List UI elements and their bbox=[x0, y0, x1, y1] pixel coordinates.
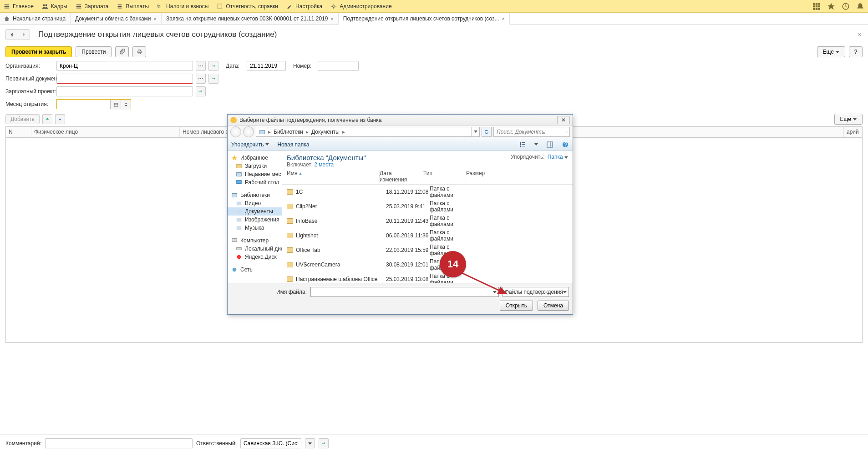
cancel-button[interactable]: Отмена bbox=[538, 301, 569, 311]
primarydoc-field[interactable] bbox=[56, 74, 193, 84]
menu-payouts[interactable]: Выплаты bbox=[117, 3, 149, 10]
page-close-icon[interactable]: × bbox=[858, 31, 862, 38]
nav-back-button[interactable] bbox=[6, 30, 18, 40]
close-icon[interactable]: × bbox=[154, 16, 157, 21]
org-open-button[interactable] bbox=[208, 61, 218, 71]
primarydoc-select-button[interactable]: ⋯ bbox=[196, 74, 206, 84]
menu-admin[interactable]: Администрирование bbox=[330, 3, 391, 10]
star-icon[interactable] bbox=[827, 2, 835, 10]
file-row[interactable]: Office Tab22.03.2019 15:59Папка с файлам… bbox=[282, 243, 573, 257]
org-select-button[interactable]: ⋯ bbox=[196, 61, 206, 71]
move-down-button[interactable] bbox=[55, 114, 65, 124]
tree-documents[interactable]: Документы bbox=[228, 207, 282, 216]
primarydoc-open-button[interactable] bbox=[208, 74, 218, 84]
file-row[interactable]: 1C18.11.2019 12:08Папка с файлами bbox=[282, 185, 573, 199]
organize-button[interactable]: Упорядочить bbox=[231, 141, 269, 148]
responsible-field[interactable] bbox=[240, 438, 301, 448]
tab-request[interactable]: Заявка на открытие лицевых счетов 00ЗК-0… bbox=[162, 13, 339, 24]
print-button[interactable] bbox=[132, 46, 146, 57]
tree-computer[interactable]: Компьютер bbox=[228, 236, 282, 245]
file-list-header[interactable]: Имя ▴ Дата изменения Тип Размер bbox=[282, 169, 573, 185]
post-and-close-button[interactable]: Провести и закрыть bbox=[5, 46, 72, 57]
col-type[interactable]: Тип bbox=[423, 170, 466, 183]
bell-icon[interactable] bbox=[856, 2, 864, 10]
month-calendar-button[interactable] bbox=[111, 100, 121, 110]
apps-icon[interactable] bbox=[812, 2, 821, 10]
nav-back[interactable] bbox=[230, 126, 241, 137]
col-size[interactable]: Размер bbox=[466, 170, 568, 183]
nav-fwd-button[interactable] bbox=[18, 30, 30, 40]
attach-button[interactable] bbox=[115, 46, 129, 57]
tab-confirmation[interactable]: Подтверждение открытия лицевых счетов со… bbox=[339, 13, 510, 25]
filename-field[interactable] bbox=[310, 287, 499, 297]
dialog-help-icon[interactable]: ? bbox=[562, 141, 569, 148]
file-row[interactable]: InfoBase20.11.2019 12:43Папка с файлами bbox=[282, 214, 573, 228]
menu-salary[interactable]: Зарплата bbox=[76, 3, 109, 10]
close-icon[interactable]: × bbox=[330, 16, 333, 21]
locations-link[interactable]: 2 места bbox=[314, 161, 334, 168]
view-mode-icon[interactable] bbox=[519, 141, 526, 148]
tree-libraries[interactable]: Библиотеки bbox=[228, 191, 282, 199]
help-button[interactable]: ? bbox=[849, 46, 863, 57]
open-button[interactable]: Открыть bbox=[500, 301, 533, 311]
menu-personnel[interactable]: Кадры bbox=[42, 3, 67, 10]
date-field[interactable] bbox=[247, 61, 286, 71]
responsible-dropdown[interactable] bbox=[305, 438, 315, 448]
tree-network[interactable]: Сеть bbox=[228, 266, 282, 274]
crumb-dropdown[interactable] bbox=[471, 127, 479, 136]
menu-main[interactable]: Главное bbox=[13, 3, 34, 10]
folder-tree[interactable]: Избранное Загрузки Недавние места Рабочи… bbox=[228, 151, 282, 283]
col-date[interactable]: Дата изменения bbox=[380, 170, 423, 183]
tree-yandexdisk[interactable]: Яндекс.Диск bbox=[228, 253, 282, 261]
filename-label: Имя файла: bbox=[276, 289, 307, 295]
comment-field[interactable] bbox=[45, 438, 193, 448]
new-folder-button[interactable]: Новая папка bbox=[277, 141, 309, 148]
post-button[interactable]: Провести bbox=[76, 46, 112, 57]
tree-localdisk[interactable]: Локальный диск (C bbox=[228, 245, 282, 253]
responsible-open-button[interactable] bbox=[319, 438, 329, 448]
menu-settings[interactable]: Настройка bbox=[286, 3, 322, 10]
month-spin-button[interactable] bbox=[121, 100, 131, 110]
file-row[interactable]: Настраиваемые шаблоны Office25.03.2019 1… bbox=[282, 272, 573, 283]
menu-reports[interactable]: Отчетность, справки bbox=[217, 3, 278, 10]
breadcrumb[interactable]: ▸ Библиотеки ▸ Документы ▸ bbox=[256, 127, 480, 137]
tree-music[interactable]: Музыка bbox=[228, 224, 282, 232]
filetype-filter[interactable]: Файлы подтверждения из бан bbox=[503, 287, 569, 297]
col-name[interactable]: Имя ▴ bbox=[287, 170, 380, 183]
history-icon[interactable] bbox=[842, 2, 850, 10]
file-row[interactable]: UVScreenCamera30.08.2019 12:01Папка с фа… bbox=[282, 257, 573, 272]
close-icon[interactable]: × bbox=[502, 16, 505, 21]
col-n[interactable]: N bbox=[6, 127, 31, 137]
nav-forward[interactable] bbox=[243, 126, 254, 137]
month-field[interactable] bbox=[57, 100, 111, 110]
dialog-search[interactable] bbox=[493, 127, 570, 137]
dialog-close-button[interactable]: ✕ bbox=[557, 116, 570, 124]
preview-pane-icon[interactable] bbox=[546, 141, 553, 148]
file-row[interactable]: Clip2Net25.03.2019 9:41Папка с файлами bbox=[282, 199, 573, 214]
tree-video[interactable]: Видео bbox=[228, 199, 282, 207]
tab-exchange-docs[interactable]: Документы обмена с банками× bbox=[71, 13, 162, 24]
org-field[interactable] bbox=[56, 61, 193, 71]
menu-taxes[interactable]: %Налоги и взносы bbox=[157, 3, 208, 10]
number-field[interactable] bbox=[318, 61, 359, 71]
sort-mode[interactable]: Папка bbox=[548, 154, 568, 160]
move-up-button[interactable] bbox=[42, 114, 52, 124]
file-list[interactable]: 1C18.11.2019 12:08Папка с файламиClip2Ne… bbox=[282, 185, 573, 283]
table-more-button[interactable]: Еще bbox=[834, 114, 863, 125]
dialog-titlebar[interactable]: Выберите файлы подтверждения, полученные… bbox=[228, 115, 573, 126]
tree-favorites[interactable]: Избранное bbox=[228, 154, 282, 162]
tree-recent[interactable]: Недавние места bbox=[228, 170, 282, 178]
menu-burger[interactable]: Главное bbox=[4, 3, 34, 10]
svg-rect-21 bbox=[547, 142, 553, 147]
tree-images[interactable]: Изображения bbox=[228, 216, 282, 224]
more-button[interactable]: Еще bbox=[817, 46, 845, 57]
tree-desktop[interactable]: Рабочий стол bbox=[228, 178, 282, 186]
file-row[interactable]: Lightshot06.06.2019 11:36Папка с файлами bbox=[282, 228, 573, 243]
col-comment-tail[interactable]: арий bbox=[844, 127, 862, 137]
project-field[interactable] bbox=[56, 86, 193, 96]
project-open-button[interactable] bbox=[196, 86, 206, 96]
tree-downloads[interactable]: Загрузки bbox=[228, 162, 282, 170]
tab-home[interactable]: Начальная страница bbox=[0, 13, 71, 24]
refresh-button[interactable] bbox=[482, 127, 492, 137]
col-person[interactable]: Физическое лицо bbox=[31, 127, 180, 137]
